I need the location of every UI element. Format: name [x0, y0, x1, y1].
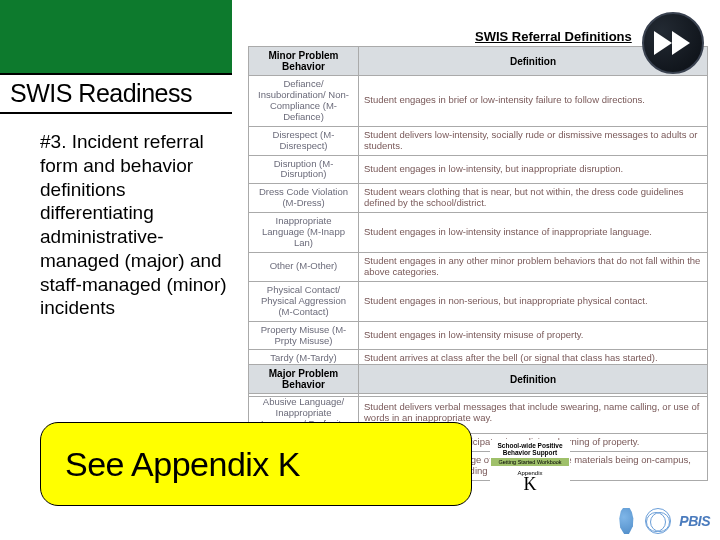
- table-row: Other (M-Other)Student engages in any ot…: [249, 252, 708, 281]
- page-title: SWIS Readiness: [0, 75, 202, 112]
- minor-behavior-table: Minor Problem Behavior Definition Defian…: [248, 46, 708, 397]
- appendix-callout: See Appendix K: [40, 422, 472, 506]
- document-title: SWIS Referral Definitions: [475, 29, 632, 44]
- table-row: Disruption (M-Disruption)Student engages…: [249, 155, 708, 184]
- behavior-term: Disrespect (M-Disrespect): [249, 126, 359, 155]
- minor-head-behavior: Minor Problem Behavior: [249, 47, 359, 76]
- page-title-band: SWIS Readiness: [0, 73, 232, 114]
- body-paragraph: #3. Incident referral form and behavior …: [40, 130, 240, 320]
- behavior-definition: Student engages in any other minor probl…: [359, 252, 708, 281]
- behavior-term: Disruption (M-Disruption): [249, 155, 359, 184]
- logo-row: PBIS: [615, 508, 710, 534]
- behavior-term: Dress Code Violation (M-Dress): [249, 184, 359, 213]
- mini-doc-header1: School-wide Positive: [490, 442, 570, 449]
- table-row: Dress Code Violation (M-Dress)Student we…: [249, 184, 708, 213]
- mini-doc-bar: Getting Started Workbook: [491, 458, 569, 466]
- fast-forward-icon: [652, 29, 694, 57]
- behavior-term: Property Misuse (M-Prpty Misuse): [249, 321, 359, 350]
- behavior-term: Other (M-Other): [249, 252, 359, 281]
- appendix-callout-text: See Appendix K: [65, 445, 300, 484]
- table-row: Property Misuse (M-Prpty Misuse)Student …: [249, 321, 708, 350]
- header-green-block: [0, 0, 232, 73]
- behavior-definition: Student wears clothing that is near, but…: [359, 184, 708, 213]
- table-row: Inappropriate Language (M-Inapp Lan)Stud…: [249, 213, 708, 253]
- table-row: Disrespect (M-Disrespect)Student deliver…: [249, 126, 708, 155]
- svg-marker-1: [672, 31, 690, 55]
- behavior-definition: Student engages in low-intensity, but in…: [359, 155, 708, 184]
- behavior-definition: Student delivers low-intensity, socially…: [359, 126, 708, 155]
- osep-logo-icon: [645, 508, 671, 534]
- table-row: Physical Contact/ Physical Aggression (M…: [249, 281, 708, 321]
- illinois-logo-icon: [615, 508, 637, 534]
- behavior-definition: Student engages in low-intensity instanc…: [359, 213, 708, 253]
- behavior-term: Physical Contact/ Physical Aggression (M…: [249, 281, 359, 321]
- table-row: Defiance/ Insubordination/ Non-Complianc…: [249, 76, 708, 127]
- mini-doc-appendix-letter: K: [490, 475, 570, 495]
- behavior-definition: Student engages in low-intensity misuse …: [359, 321, 708, 350]
- appendix-thumbnail: School-wide Positive Behavior Support Ge…: [490, 440, 570, 510]
- mini-doc-header2: Behavior Support: [490, 449, 570, 456]
- major-head-definition: Definition: [359, 365, 708, 394]
- behavior-term: Inappropriate Language (M-Inapp Lan): [249, 213, 359, 253]
- behavior-term: Defiance/ Insubordination/ Non-Complianc…: [249, 76, 359, 127]
- pbis-logo: PBIS: [679, 513, 710, 529]
- svg-marker-0: [654, 31, 672, 55]
- behavior-definition: Student engages in non-serious, but inap…: [359, 281, 708, 321]
- behavior-definition: Student engages in brief or low-intensit…: [359, 76, 708, 127]
- fast-forward-button[interactable]: [642, 12, 704, 74]
- major-head-behavior: Major Problem Behavior: [249, 365, 359, 394]
